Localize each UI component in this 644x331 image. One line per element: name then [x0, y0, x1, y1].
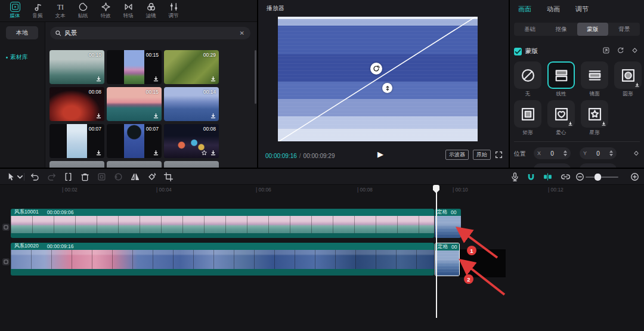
media-item-jungle[interactable]: 00:29 — [164, 50, 219, 84]
split-icon[interactable] — [63, 172, 73, 182]
download-icon[interactable] — [210, 150, 216, 156]
favorite-star-icon[interactable] — [201, 150, 208, 156]
playhead-line[interactable] — [436, 185, 437, 318]
download-icon[interactable] — [153, 113, 159, 119]
timeline-ruler[interactable]: | 00:02| 00:04| 00:06| 00:08| 00:10| 00:… — [0, 185, 644, 194]
scope-button[interactable]: 示波器 — [445, 150, 469, 160]
tab-动画[interactable]: 动画 — [547, 5, 560, 14]
media-item-city[interactable]: 00:10 — [49, 50, 104, 84]
media-item-fire[interactable]: 00:08 — [49, 87, 104, 121]
fullscreen-icon[interactable] — [495, 151, 503, 159]
mask-option-circle[interactable] — [614, 61, 642, 89]
link-preview-icon[interactable] — [561, 172, 571, 182]
subtab-背景[interactable]: 背景 — [608, 23, 640, 36]
keyframe-icon[interactable] — [631, 47, 639, 54]
timeline-zoom-knob[interactable] — [595, 174, 601, 181]
nav-label: 滤镜 — [146, 13, 156, 20]
mask-enable-checkbox[interactable] — [514, 48, 522, 55]
main-track-magnet-icon[interactable] — [526, 172, 536, 182]
mask-option-rect[interactable] — [514, 100, 541, 128]
position-y-input[interactable]: Y 0 — [580, 147, 617, 159]
timeline-panel: | 00:02| 00:04| 00:06| 00:08| 00:10| 00:… — [0, 169, 644, 331]
media-scrollbar[interactable] — [255, 50, 256, 104]
crop-icon[interactable] — [163, 172, 174, 182]
subtab-抠像[interactable]: 抠像 — [546, 23, 577, 36]
nav-item-effects[interactable]: 特效 — [94, 2, 117, 20]
select-tool-dropdown-icon[interactable] — [15, 172, 25, 182]
rotate-icon[interactable] — [147, 172, 157, 182]
track1-clip[interactable]: 风系10001 00:00:09:06 — [11, 209, 434, 238]
media-item-ph[interactable] — [49, 161, 104, 168]
media-item-sunset[interactable]: 00:15 — [107, 87, 162, 121]
download-icon[interactable] — [153, 150, 159, 156]
mask-option-label: 无 — [514, 91, 541, 98]
search-input[interactable]: 风景 ✕ — [50, 27, 250, 39]
next-control-partial[interactable] — [534, 163, 571, 168]
auto-snap-icon[interactable] — [543, 172, 553, 182]
reverse-icon[interactable] — [113, 172, 123, 182]
track1-freeze-clip[interactable]: 定格 00 — [435, 209, 461, 238]
redo-icon[interactable] — [47, 172, 57, 182]
tab-调节[interactable]: 调节 — [575, 5, 589, 14]
video-preview[interactable] — [278, 17, 478, 141]
subtab-蒙版[interactable]: 蒙版 — [577, 23, 609, 36]
mask-option-star[interactable] — [581, 100, 608, 128]
record-voiceover-icon[interactable] — [510, 172, 520, 182]
mask-option-linear[interactable] — [547, 61, 575, 89]
delete-icon[interactable] — [80, 172, 90, 182]
tab-画面[interactable]: 画面 — [518, 5, 531, 14]
media-item-snow[interactable]: 00:07 — [49, 124, 104, 158]
media-item-night[interactable]: 00:08 — [164, 124, 219, 158]
mask-rotate-handle[interactable] — [370, 63, 382, 75]
mask-option-mirror[interactable] — [581, 61, 608, 89]
subtab-基础[interactable]: 基础 — [514, 23, 546, 36]
media-item-ph[interactable] — [164, 161, 219, 168]
download-icon — [634, 82, 640, 88]
nav-item-filter[interactable]: 滤镜 — [140, 2, 162, 20]
media-item-ocean[interactable]: 00:14 — [164, 87, 219, 121]
original-quality-button[interactable]: 原始 — [473, 150, 491, 160]
play-button[interactable]: ▶ — [377, 150, 383, 159]
track1-toggle-icon[interactable] — [2, 224, 10, 231]
media-item-palm[interactable]: 00:07 — [107, 124, 162, 158]
nav-item-text[interactable]: TI文本 — [49, 2, 72, 20]
nav-item-audio[interactable]: 音频 — [26, 2, 49, 20]
freeze-frame-icon[interactable] — [97, 172, 107, 182]
download-icon[interactable] — [210, 113, 216, 119]
nav-item-sticker[interactable]: 贴纸 — [72, 2, 94, 20]
mask-invert-icon[interactable] — [602, 47, 610, 54]
x-stepper[interactable] — [564, 150, 567, 156]
media-item-ph[interactable] — [107, 161, 162, 168]
mask-feather-handle[interactable] — [382, 83, 392, 93]
download-icon[interactable] — [95, 76, 102, 82]
reset-icon[interactable] — [617, 47, 624, 54]
linear-mask-line[interactable] — [278, 17, 478, 141]
track2-freeze-clip-selected[interactable]: 定格 00 — [435, 243, 460, 276]
clear-search-icon[interactable]: ✕ — [239, 30, 246, 36]
nav-item-adjust[interactable]: 调节 — [162, 2, 185, 20]
nav-item-transition[interactable]: 转场 — [117, 2, 140, 20]
download-icon[interactable] — [95, 150, 102, 156]
next-control-partial[interactable] — [580, 163, 617, 168]
zoom-out-icon[interactable] — [575, 172, 585, 182]
timeline-zoom-slider[interactable] — [586, 177, 618, 178]
mask-option-heart[interactable] — [547, 100, 575, 128]
mirror-icon[interactable] — [130, 172, 140, 182]
y-stepper[interactable] — [609, 150, 613, 156]
download-icon[interactable] — [153, 76, 159, 82]
nav-item-media[interactable]: 媒体 — [4, 2, 26, 20]
download-icon[interactable] — [95, 113, 102, 119]
mask-option-none[interactable] — [514, 61, 541, 89]
zoom-fit-icon[interactable] — [630, 172, 640, 182]
media-item-flowers[interactable]: 00:15 — [107, 50, 162, 84]
track2-clip-header: 风系10020 00:00:09:16 — [11, 243, 434, 250]
undo-icon[interactable] — [30, 172, 40, 182]
media-duration: 00:29 — [203, 52, 216, 58]
stock-library-tab[interactable]: 素材库 — [6, 53, 28, 61]
position-x-input[interactable]: X 0 — [534, 147, 571, 159]
track2-clip[interactable]: 风系10020 00:00:09:16 — [11, 243, 434, 276]
local-tab-button[interactable]: 本地 — [6, 26, 38, 39]
download-icon[interactable] — [210, 76, 216, 82]
track2-toggle-icon[interactable] — [2, 258, 10, 265]
position-keyframe-icon[interactable] — [633, 150, 640, 157]
